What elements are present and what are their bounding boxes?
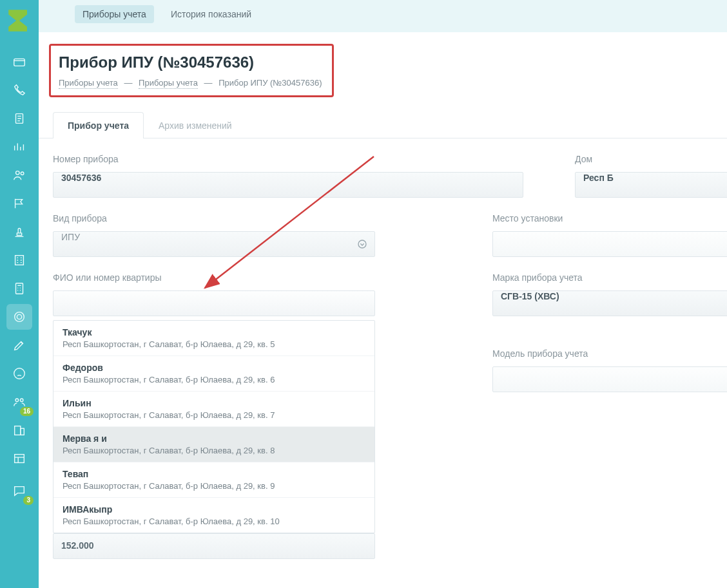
- tab-archive[interactable]: Архив изменений: [144, 112, 247, 138]
- input-number[interactable]: 30457636: [53, 172, 523, 198]
- form-area: Номер прибора 30457636 Дом Респ Б Вид пр…: [39, 138, 727, 559]
- breadcrumb-link-1[interactable]: Приборы учета: [59, 78, 118, 89]
- svg-point-6: [15, 312, 24, 322]
- topnav-item-history[interactable]: История показаний: [163, 5, 259, 23]
- meter-icon[interactable]: [6, 304, 32, 330]
- dropdown-item[interactable]: ТевапРесп Башкортостан, г Салават, б-р Ю…: [53, 462, 374, 498]
- input-brand[interactable]: СГВ-15 (ХВС): [492, 290, 727, 316]
- calculator-icon[interactable]: [6, 276, 32, 301]
- label-model: Модель прибора учета: [492, 348, 727, 359]
- svg-point-7: [17, 314, 21, 319]
- stamp-icon[interactable]: [6, 219, 32, 245]
- svg-rect-13: [15, 455, 24, 463]
- chat-icon[interactable]: 3: [6, 478, 32, 504]
- dropdown-item-address: Респ Башкортостан, г Салават, б-р Юлаева…: [63, 375, 365, 384]
- face-sad-icon[interactable]: [6, 361, 32, 386]
- building-icon[interactable]: [6, 247, 32, 273]
- clipboard-icon[interactable]: [6, 106, 32, 131]
- dropdown-item-address: Респ Башкортостан, г Салават, б-р Юлаева…: [63, 446, 365, 455]
- tabstrip: Прибор учета Архив изменений: [39, 111, 727, 138]
- chevron-down-icon: [357, 239, 367, 252]
- group-badge: 16: [20, 407, 34, 416]
- dropdown-item[interactable]: ИМВАкыпрРесп Башкортостан, г Салават, б-…: [53, 498, 374, 533]
- select-type[interactable]: ИПУ: [53, 231, 375, 257]
- svg-point-9: [15, 399, 19, 402]
- flag-icon[interactable]: [6, 191, 32, 216]
- building2-icon[interactable]: [6, 417, 32, 443]
- dropdown-item-address: Респ Башкортостан, г Салават, б-р Юлаева…: [63, 481, 365, 491]
- svg-point-2: [16, 171, 20, 175]
- dropdown-item[interactable]: ФедоровРесп Башкортостан, г Салават, б-р…: [53, 356, 374, 392]
- label-type: Вид прибора: [53, 213, 427, 223]
- fio-dropdown-list[interactable]: ТкачукРесп Башкортостан, г Салават, б-р …: [53, 321, 374, 533]
- app-logo[interactable]: [4, 5, 35, 36]
- dropdown-item-name: Ильин: [63, 398, 365, 408]
- fio-dropdown: ТкачукРесп Башкортостан, г Салават, б-р …: [53, 320, 375, 533]
- phone-icon[interactable]: [6, 77, 32, 103]
- input-house[interactable]: Респ Б: [575, 172, 727, 198]
- input-fio[interactable]: [53, 290, 375, 316]
- svg-rect-5: [16, 283, 23, 294]
- label-fio: ФИО или номер квартиры: [53, 272, 427, 283]
- label-house: Дом: [575, 154, 727, 164]
- users-icon[interactable]: [6, 162, 32, 188]
- dropdown-item-address: Респ Башкортостан, г Салават, б-р Юлаева…: [63, 339, 365, 349]
- breadcrumb-current: Прибор ИПУ (№30457636): [218, 78, 322, 88]
- dropdown-item[interactable]: ТкачукРесп Башкортостан, г Салават, б-р …: [53, 321, 374, 356]
- dropdown-item-name: ИМВАкыпр: [63, 504, 365, 515]
- wallet-icon[interactable]: [6, 49, 32, 75]
- svg-rect-0: [14, 59, 25, 66]
- dropdown-item-name: Тевап: [63, 469, 365, 479]
- svg-point-10: [20, 399, 23, 402]
- dropdown-item-name: Федоров: [63, 363, 365, 373]
- chat-badge: 3: [23, 496, 34, 505]
- label-place: Место установки: [492, 213, 727, 223]
- svg-point-16: [358, 240, 366, 248]
- label-brand: Марка прибора учета: [492, 272, 727, 283]
- label-number: Номер прибора: [53, 154, 523, 164]
- input-place[interactable]: [492, 231, 727, 257]
- svg-rect-4: [15, 256, 24, 265]
- sidebar: 16 3: [0, 0, 39, 588]
- input-bottom-value[interactable]: 152.000: [53, 533, 375, 559]
- breadcrumb: Приборы учета — Приборы учета — Прибор И…: [59, 78, 322, 88]
- title-highlight-box: Прибор ИПУ (№30457636) Приборы учета — П…: [49, 44, 334, 97]
- svg-rect-11: [15, 426, 21, 435]
- tab-device[interactable]: Прибор учета: [53, 112, 144, 138]
- svg-rect-12: [21, 428, 24, 435]
- input-model[interactable]: [492, 366, 727, 392]
- top-nav: Приборы учета История показаний: [39, 0, 727, 28]
- svg-point-3: [21, 172, 24, 175]
- dropdown-item-name: Ткачук: [63, 327, 365, 337]
- page-title: Прибор ИПУ (№30457636): [59, 53, 322, 71]
- dropdown-item[interactable]: ИльинРесп Башкортостан, г Салават, б-р Ю…: [53, 392, 374, 427]
- dropdown-item-name: Мерва я и: [63, 433, 365, 444]
- dropdown-item-address: Респ Башкортостан, г Салават, б-р Юлаева…: [63, 517, 365, 526]
- topnav-item-meters[interactable]: Приборы учета: [75, 5, 154, 23]
- chart-icon[interactable]: [6, 134, 32, 160]
- dropdown-item-address: Респ Башкортостан, г Салават, б-р Юлаева…: [63, 410, 365, 420]
- breadcrumb-link-2[interactable]: Приборы учета: [139, 78, 198, 89]
- svg-point-8: [14, 368, 25, 379]
- dropdown-item[interactable]: Мерва я иРесп Башкортостан, г Салават, б…: [53, 427, 374, 462]
- edit-icon[interactable]: [6, 332, 32, 358]
- group-icon[interactable]: 16: [6, 389, 32, 415]
- layout-icon[interactable]: [6, 446, 32, 471]
